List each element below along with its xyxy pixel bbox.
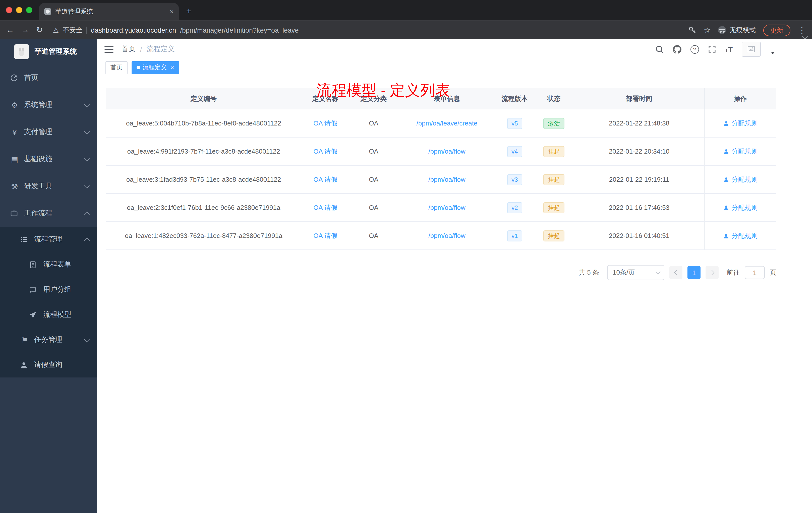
status-badge: 挂起 <box>543 146 564 157</box>
sidebar-item-task-management[interactable]: 任务管理 <box>0 327 97 352</box>
breadcrumb-current: 流程定义 <box>147 45 175 54</box>
sidebar: 芋道管理系统 首页 系统管理 支付管理 <box>0 39 97 513</box>
assign-rule-label: 分配规则 <box>732 175 758 184</box>
assign-rule-link[interactable]: 分配规则 <box>723 147 758 156</box>
assign-rule-link[interactable]: 分配规则 <box>723 203 758 212</box>
form-link[interactable]: /bpm/oa/flow <box>428 148 465 155</box>
github-icon[interactable] <box>673 45 681 54</box>
avatar-caret-icon[interactable] <box>771 52 775 54</box>
assign-rule-link[interactable]: 分配规则 <box>723 175 758 184</box>
definition-name-link[interactable]: OA 请假 <box>313 175 337 183</box>
column-header: 部署时间 <box>575 88 704 110</box>
new-tab-button[interactable] <box>183 5 195 17</box>
sidebar-item-payment[interactable]: 支付管理 <box>0 118 97 146</box>
form-link[interactable]: /bpm/oa/leave/create <box>416 119 477 127</box>
security-warning-icon[interactable] <box>53 26 59 34</box>
sidebar-item-home[interactable]: 首页 <box>0 64 97 91</box>
font-size-icon[interactable] <box>725 46 733 53</box>
definition-id: oa_leave:1:482ec033-762a-11ec-8477-a2380… <box>106 221 301 250</box>
window-zoom-button[interactable] <box>26 7 32 13</box>
active-tag-dot <box>137 66 140 69</box>
reload-button[interactable] <box>36 26 43 34</box>
flag-icon <box>20 336 29 343</box>
sidebar-item-process-management[interactable]: 流程管理 <box>0 227 97 252</box>
help-icon[interactable] <box>690 45 699 54</box>
tab-close-icon[interactable] <box>170 8 174 15</box>
definition-name-link[interactable]: OA 请假 <box>313 232 337 239</box>
version-badge: v3 <box>507 174 522 185</box>
sidebar-logo[interactable]: 芋道管理系统 <box>0 39 97 64</box>
sidebar-item-label: 工作流程 <box>24 209 80 218</box>
window-close-button[interactable] <box>6 7 12 13</box>
avatar[interactable] <box>742 42 761 57</box>
sidebar-item-workflow[interactable]: 工作流程 <box>0 200 97 227</box>
logo-avatar <box>14 44 29 59</box>
sidebar-item-process-form[interactable]: 流程表单 <box>0 252 97 277</box>
table-row: oa_leave:4:991f2193-7b7f-11ec-a3c8-acde4… <box>106 137 776 165</box>
total-count: 共 5 条 <box>579 268 599 277</box>
breadcrumb-separator: / <box>140 45 142 53</box>
sidebar-item-label: 系统管理 <box>24 100 80 110</box>
tag-label: 流程定义 <box>143 63 167 72</box>
sidebar-item-system[interactable]: 系统管理 <box>0 91 97 118</box>
sidebar-item-label: 请假查询 <box>34 360 89 369</box>
browser-tab[interactable]: 芋道管理系统 <box>39 3 179 20</box>
window-minimize-button[interactable] <box>16 7 22 13</box>
definition-name-link[interactable]: OA 请假 <box>313 119 337 127</box>
chevron-down-icon <box>84 156 90 161</box>
deploy-time: 2022-01-16 01:40:51 <box>575 221 704 250</box>
form-link[interactable]: /bpm/oa/flow <box>428 232 465 239</box>
table-row: oa_leave:1:482ec033-762a-11ec-8477-a2380… <box>106 221 776 250</box>
sidebar-item-infrastructure[interactable]: 基础设施 <box>0 146 97 173</box>
main-panel: 流程模型 - 定义列表 首页 / 流程定义 <box>97 39 812 513</box>
address-bar[interactable]: 不安全 dashboard.yudao.iocoder.cn/bpm/manag… <box>53 26 299 35</box>
update-button[interactable]: 更新 <box>763 24 790 36</box>
forward-button[interactable] <box>21 26 29 34</box>
definition-id: oa_leave:3:1fad3d93-7b75-11ec-a3c8-acde4… <box>106 165 301 193</box>
tag-process-definition[interactable]: 流程定义 <box>132 61 179 74</box>
page-size-select[interactable]: 10条/页 <box>607 265 664 280</box>
tag-home[interactable]: 首页 <box>106 61 127 74</box>
definition-category: OA <box>349 221 398 250</box>
user-icon <box>20 361 29 369</box>
key-icon[interactable] <box>688 26 696 34</box>
assign-rule-link[interactable]: 分配规则 <box>723 231 758 240</box>
gear-icon <box>10 101 19 109</box>
app-title: 芋道管理系统 <box>35 47 77 56</box>
browser-toolbar: 不安全 dashboard.yudao.iocoder.cn/bpm/manag… <box>0 20 812 40</box>
sidebar-toggle-icon[interactable] <box>105 46 114 53</box>
status-badge: 激活 <box>543 118 564 129</box>
browser-menu-icon[interactable] <box>798 25 806 35</box>
sidebar-item-devtools[interactable]: 研发工具 <box>0 173 97 200</box>
assign-rule-label: 分配规则 <box>732 231 758 240</box>
version-badge: v1 <box>507 230 522 241</box>
definition-name-link[interactable]: OA 请假 <box>313 147 337 155</box>
form-link[interactable]: /bpm/oa/flow <box>428 204 465 211</box>
breadcrumb-home[interactable]: 首页 <box>121 45 136 54</box>
document-icon <box>29 261 38 268</box>
sidebar-item-leave-query[interactable]: 请假查询 <box>0 352 97 378</box>
breadcrumb: 首页 / 流程定义 <box>121 45 175 54</box>
sidebar-item-label: 流程模型 <box>43 310 89 319</box>
list-icon <box>20 235 29 243</box>
bookmark-star-icon[interactable] <box>704 26 710 35</box>
next-page-button[interactable] <box>705 266 719 279</box>
sidebar-item-process-model[interactable]: 流程模型 <box>0 302 97 327</box>
tag-close-icon[interactable] <box>170 64 174 71</box>
definition-name-link[interactable]: OA 请假 <box>313 204 337 211</box>
status-badge: 挂起 <box>543 230 564 241</box>
form-link[interactable]: /bpm/oa/flow <box>428 176 465 183</box>
definition-category: OA <box>349 137 398 165</box>
sidebar-item-label: 用户分组 <box>43 285 89 294</box>
back-button[interactable] <box>6 26 14 34</box>
paper-plane-icon <box>29 311 38 319</box>
deploy-time: 2022-01-16 17:46:53 <box>575 193 704 221</box>
assign-rule-link[interactable]: 分配规则 <box>723 119 758 128</box>
search-icon[interactable] <box>655 45 664 54</box>
fullscreen-icon[interactable] <box>708 45 716 53</box>
page-number-active[interactable]: 1 <box>688 266 700 279</box>
prev-page-button[interactable] <box>669 266 683 279</box>
goto-page-input[interactable] <box>745 266 765 279</box>
definition-id: oa_leave:5:004b710b-7b8a-11ec-8ef0-acde4… <box>106 110 301 137</box>
sidebar-item-user-group[interactable]: 用户分组 <box>0 277 97 302</box>
